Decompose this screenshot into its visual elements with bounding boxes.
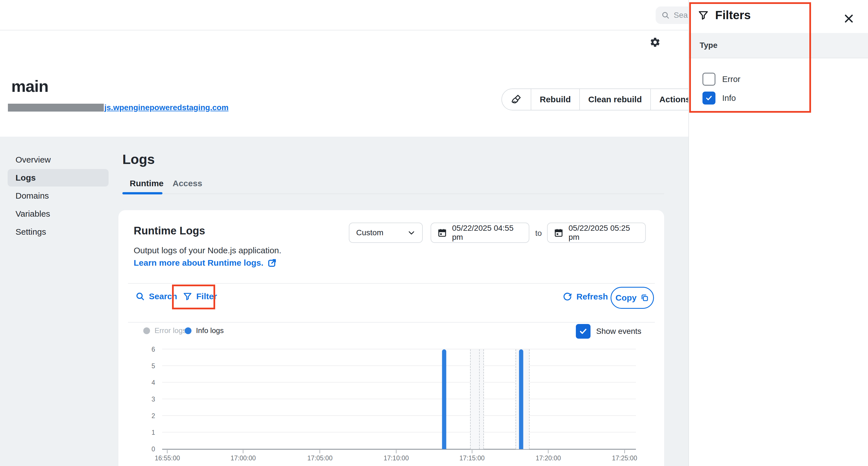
date-range-select[interactable]: Custom — [349, 223, 423, 243]
active-tab-indicator — [122, 192, 162, 194]
chart-y-tick-label: 3 — [151, 396, 155, 403]
chevron-down-icon — [407, 229, 415, 237]
refresh-icon — [562, 292, 572, 302]
copy-button[interactable]: Copy — [611, 287, 654, 309]
sidebar-label: Logs — [16, 173, 36, 182]
filter-option-info[interactable]: Info — [703, 92, 736, 104]
show-events-checkbox[interactable] — [576, 324, 590, 339]
chart-x-tick-mark — [167, 450, 167, 453]
sidebar-item-overview[interactable]: Overview — [8, 151, 108, 168]
chart-y-tick-label: 2 — [151, 412, 155, 420]
legend-info-logs[interactable]: Info logs — [185, 326, 224, 335]
date-from-input[interactable]: 05/22/2025 04:55 pm — [431, 223, 529, 243]
sidebar-label: Domains — [16, 191, 49, 201]
error-checkbox[interactable] — [703, 73, 715, 86]
filters-type-section: Type — [689, 33, 868, 58]
filters-panel: Filters Type Error Info — [688, 0, 868, 466]
chart-event-band-divider — [479, 350, 480, 449]
refresh-button[interactable]: Refresh — [562, 292, 608, 302]
date-from-value: 05/22/2025 04:55 pm — [452, 224, 523, 242]
clean-rebuild-label: Clean rebuild — [588, 95, 642, 104]
funnel-icon — [183, 292, 192, 301]
date-to-input[interactable]: 05/22/2025 05:25 pm — [547, 223, 646, 243]
sidebar-item-variables[interactable]: Variables — [8, 205, 108, 223]
calendar-icon — [554, 228, 563, 237]
chart-bar — [442, 350, 446, 449]
tab-divider — [122, 194, 664, 194]
tab-access[interactable]: Access — [173, 177, 202, 190]
section-title-logs: Logs — [122, 152, 155, 167]
filters-panel-title: Filters — [715, 8, 751, 22]
filters-panel-header: Filters — [698, 8, 751, 22]
chart-gridline — [162, 399, 636, 399]
chart-gridline — [162, 365, 636, 366]
search-label: Search — [149, 292, 177, 301]
chart-gridline — [162, 415, 636, 416]
funnel-icon — [698, 9, 709, 21]
filters-type-label: Type — [700, 41, 717, 50]
chart-y-tick-label: 1 — [151, 429, 155, 436]
calendar-icon — [437, 228, 447, 237]
chart-x-tick-label: 17:25:00 — [612, 455, 637, 462]
chart-event-band — [470, 350, 484, 449]
chart-plot — [162, 350, 636, 449]
rebuild-button[interactable]: Rebuild — [531, 89, 579, 110]
chart-x-tick-mark — [624, 450, 625, 453]
sidebar-label: Overview — [16, 155, 51, 165]
environment-actions-group: Rebuild Clean rebuild Actions — [501, 89, 710, 110]
clean-rebuild-button[interactable]: Clean rebuild — [580, 89, 650, 110]
filter-option-error[interactable]: Error — [703, 73, 740, 86]
chart-x-tick-label: 16:55:00 — [155, 455, 180, 462]
chart-x-tick-label: 17:10:00 — [383, 455, 409, 462]
show-events-toggle[interactable]: Show events — [576, 324, 641, 339]
learn-more-link[interactable]: Learn more about Runtime logs. — [134, 258, 277, 268]
info-checkbox[interactable] — [703, 92, 715, 104]
legend-info-label: Info logs — [196, 326, 224, 335]
environment-url-link[interactable]: js.wpenginepoweredstaging.com — [8, 103, 228, 112]
date-range-to-label: to — [535, 229, 542, 238]
log-search-button[interactable]: Search — [135, 292, 177, 301]
broom-icon — [510, 94, 522, 105]
error-logs-dot — [143, 327, 150, 334]
chart-x-tick-label: 17:20:00 — [535, 455, 561, 462]
chart-x-tick-mark — [243, 450, 243, 453]
chart-x-tick-mark — [472, 450, 472, 453]
search-icon — [661, 11, 670, 20]
sidebar-label: Variables — [16, 209, 50, 219]
divider — [128, 322, 655, 323]
search-icon — [135, 292, 145, 301]
learn-more-label: Learn more about Runtime logs. — [134, 258, 264, 268]
chart-y-tick-label: 5 — [151, 362, 155, 370]
chart-y-tick-label: 6 — [151, 346, 155, 353]
breadcrumb-row — [0, 30, 688, 68]
info-logs-dot — [185, 327, 191, 334]
show-events-label: Show events — [596, 327, 641, 336]
runtime-logs-description: Output logs of your Node.js application. — [134, 246, 281, 255]
runtime-logs-title: Runtime Logs — [134, 225, 205, 237]
tab-label: Runtime — [130, 179, 163, 188]
external-link-icon — [267, 258, 277, 268]
settings-gear-button[interactable] — [648, 35, 662, 49]
info-option-label: Info — [722, 94, 736, 103]
search-placeholder: Sea — [674, 11, 688, 20]
legend-error-logs[interactable]: Error logs — [143, 326, 186, 335]
date-to-value: 05/22/2025 05:25 pm — [568, 224, 639, 242]
clean-cache-button[interactable] — [502, 89, 531, 110]
error-option-label: Error — [722, 75, 740, 84]
chart-x-tick-mark — [396, 450, 397, 453]
chart-gridline — [162, 382, 636, 382]
filter-label: Filter — [196, 292, 217, 301]
log-filter-button[interactable]: Filter — [183, 292, 217, 301]
page-title: main — [11, 77, 48, 96]
chart-y-axis: 0123456 — [141, 350, 158, 449]
range-selected-value: Custom — [356, 228, 383, 237]
close-icon[interactable] — [843, 12, 855, 25]
chart-x-tick-label: 17:00:00 — [231, 455, 256, 462]
sidebar-item-logs[interactable]: Logs — [8, 169, 108, 187]
tab-runtime[interactable]: Runtime — [130, 177, 163, 190]
refresh-label: Refresh — [577, 292, 608, 301]
environment-url-text: js.wpenginepoweredstaging.com — [104, 103, 228, 112]
sidebar-item-domains[interactable]: Domains — [8, 187, 108, 204]
sidebar-item-settings[interactable]: Settings — [8, 223, 108, 241]
chart-x-tick-label: 17:05:00 — [307, 455, 333, 462]
